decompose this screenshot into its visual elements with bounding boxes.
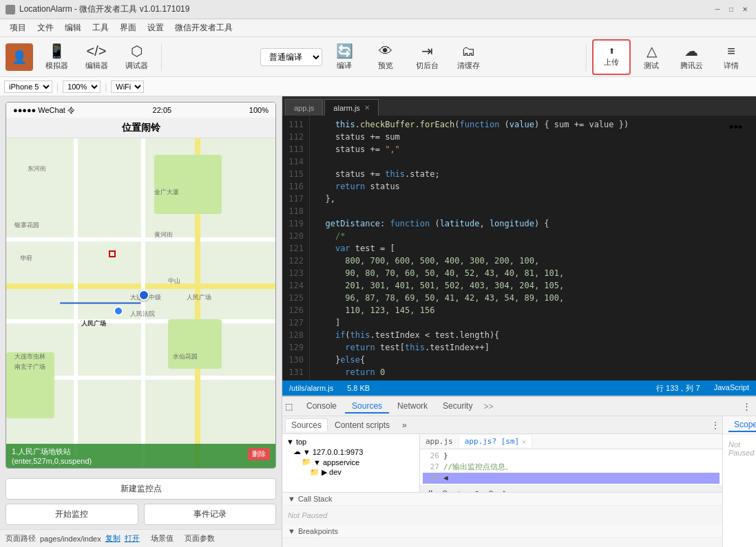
network-select-input[interactable]: WiFi (111, 81, 144, 93)
editor-icon: </> (87, 43, 107, 59)
menu-edit[interactable]: 编辑 (59, 21, 87, 35)
editor-tab-alarmjs-label: alarm.js (333, 104, 360, 112)
src-tab-appjs-sm[interactable]: app.js? [sm] ✕ (459, 436, 532, 447)
devtools-inspect-icon[interactable]: ⬚ (285, 402, 293, 411)
editor-button[interactable]: </> 编辑器 (77, 39, 116, 75)
debugger-button[interactable]: ⬡ 调试器 (117, 39, 156, 75)
compile-icon: 🔄 (336, 43, 353, 59)
minimize-button[interactable]: ─ (712, 4, 723, 15)
new-checkpoint-button[interactable]: 新建监控点 (6, 478, 276, 500)
cutback-icon: ⇥ (421, 43, 433, 59)
src-tab-appjs[interactable]: app.js (420, 436, 459, 447)
menu-settings[interactable]: 设置 (142, 21, 169, 35)
sources-subtab-contentscripts[interactable]: Content scripts (329, 419, 395, 431)
menu-project[interactable]: 项目 (4, 21, 32, 35)
devtools-settings-btn[interactable]: ⋮ (739, 400, 753, 414)
simulator-bottom-buttons: 新建监控点 (0, 474, 282, 504)
tree-item-localhost[interactable]: ☁ ▼ 127.0.0.1:9973 (285, 447, 417, 457)
scope-status: Not Paused (723, 435, 756, 462)
toolbar: 👤 📱 模拟器 </> 编辑器 ⬡ 调试器 普通编译 🔄 编译 👁 预览 ⇥ 切… (0, 37, 756, 77)
devtools-tabs: ⬚ Console Sources Network Security >> ⋮ (282, 397, 756, 416)
cutback-button[interactable]: ⇥ 切后台 (408, 39, 446, 75)
deactivate-button[interactable]: ⊘ (485, 487, 497, 493)
tree-item-appservice[interactable]: 📁 ▼ appservice (285, 457, 417, 467)
toolbar-left: 👤 📱 模拟器 </> 编辑器 ⬡ 调试器 (6, 39, 156, 75)
map-view[interactable]: 东河街 银寨花园 金广大厦 黄河街 华府 中山 大连市中级 人民法院 人民广场 … (6, 138, 275, 468)
nav-bar: 位置闹铃 ••• (6, 118, 275, 138)
compile-select[interactable]: 普通编译 (260, 48, 322, 66)
localhost-icon: ☁ (293, 447, 301, 456)
test-button[interactable]: △ 测试 (632, 39, 671, 75)
preview-button[interactable]: 👁 预览 (366, 39, 405, 75)
pause-button[interactable]: ⏸ (424, 487, 437, 493)
editor-tab-close[interactable]: ✕ (364, 104, 370, 111)
zoom-select-input[interactable]: 100% (63, 81, 101, 93)
user-avatar[interactable]: 👤 (6, 43, 33, 71)
page-path-bar: 页面路径 pages/index/index 复制 打开 场景值 页面参数 (0, 529, 282, 547)
upload-button[interactable]: ⬆ 上传 (592, 39, 631, 75)
event-log-button[interactable]: 事件记录 (144, 504, 277, 525)
editor-area: app.js alarm.js ✕ 111 112 113 114 115 11… (282, 96, 756, 396)
map-label-waterpark: 水仙花园 (173, 352, 198, 361)
code-editor[interactable]: this.checkBuffer.forEach(function (value… (310, 116, 756, 380)
sources-subtab-more[interactable]: » (397, 419, 412, 431)
zoom-selector[interactable]: 100% (63, 81, 101, 93)
step-into-button[interactable]: ↘ (454, 487, 467, 493)
resume-button[interactable]: ▶ (500, 487, 512, 493)
simulator-button[interactable]: 📱 模拟器 (37, 39, 76, 75)
menu-wechat-devtools[interactable]: 微信开发者工具 (169, 21, 238, 35)
editor-tab-appjs[interactable]: app.js (285, 99, 323, 116)
src-tab-appjs-sm-label: app.js? [sm] (465, 437, 519, 446)
devtools-scope-panel: Scope Watch Not Paused (723, 416, 756, 547)
scope-watch-header: Scope Watch (723, 416, 756, 435)
tree-item-dev[interactable]: 📁 ▶ dev (285, 467, 417, 478)
upload-icon: ⬆ (609, 47, 615, 56)
src-tab-close-icon[interactable]: ✕ (522, 438, 525, 445)
sources-subtab-sources[interactable]: Sources (285, 418, 328, 431)
delete-alarm-button[interactable]: 删除 (248, 448, 270, 460)
editor-tab-alarmjs[interactable]: alarm.js ✕ (324, 99, 379, 116)
step-out-button[interactable]: ↗ (470, 487, 482, 493)
breakpoints-header[interactable]: ▼ Breakpoints (282, 525, 722, 538)
simulator-icon: 📱 (48, 43, 65, 59)
start-monitor-button[interactable]: 开始监控 (6, 504, 138, 525)
sources-subtabs: Sources Content scripts » ⋮ (282, 416, 722, 434)
close-button[interactable]: ✕ (739, 4, 750, 15)
editor-tabs: app.js alarm.js ✕ (282, 96, 756, 116)
signal-status: ●●●●● WeChat 令 (13, 105, 75, 116)
compile-button[interactable]: 🔄 编译 (325, 39, 364, 75)
tencentcloud-button[interactable]: ☁ 腾讯云 (672, 39, 711, 75)
sources-file-tree: ▼ top ☁ ▼ 127.0.0.1:9973 📁 ▼ appservice (282, 434, 420, 492)
copy-path-link[interactable]: 复制 (105, 533, 120, 544)
step-over-button[interactable]: ↷ (439, 487, 452, 493)
maximize-button[interactable]: □ (726, 4, 737, 15)
open-path-link[interactable]: 打开 (125, 533, 140, 544)
tree-item-top[interactable]: ▼ top (285, 437, 417, 447)
src-line-27: 27 //输出监控点信息。 (423, 462, 720, 473)
network-selector[interactable]: WiFi (111, 81, 144, 93)
scope-tab[interactable]: Scope (728, 418, 756, 432)
menu-file[interactable]: 文件 (32, 21, 59, 35)
call-stack-header[interactable]: ▼ Call Stack (282, 493, 722, 506)
map-path (6, 138, 275, 468)
device-selector[interactable]: iPhone 5 iPhone 6 (4, 81, 52, 93)
src-tab-appjs-label: app.js (426, 437, 453, 446)
menu-interface[interactable]: 界面 (114, 21, 142, 35)
clearcache-button[interactable]: 🗂 清缓存 (449, 39, 487, 75)
details-button[interactable]: ≡ 详情 (712, 39, 750, 75)
map-label-plaza: 人民广场 (187, 293, 211, 302)
map-content[interactable]: 东河街 银寨花园 金广大厦 黄河街 华府 中山 大连市中级 人民法院 人民广场 … (6, 138, 275, 468)
toolbar-separator (161, 43, 162, 71)
devtools-tab-console[interactable]: Console (300, 400, 344, 414)
page-params-label: 页面参数 (185, 533, 215, 544)
devtools-tab-sources[interactable]: Sources (345, 400, 389, 414)
menu-tools[interactable]: 工具 (87, 21, 114, 35)
sources-options-icon[interactable]: ⋮ (711, 420, 720, 430)
device-select-input[interactable]: iPhone 5 iPhone 6 (4, 81, 52, 93)
devtools-tab-security[interactable]: Security (436, 400, 479, 414)
map-label-river: 东河街 (28, 164, 46, 173)
devtools-tab-network[interactable]: Network (390, 400, 434, 414)
alarm-info-overlay: 删除 1.人民广场地铁站(enter,527m,0,suspend) (6, 444, 275, 468)
devtools-more-tabs[interactable]: >> (483, 402, 493, 411)
sources-code-body: 26 } 27 //输出监控点信息。 28 ◀ (420, 449, 722, 485)
